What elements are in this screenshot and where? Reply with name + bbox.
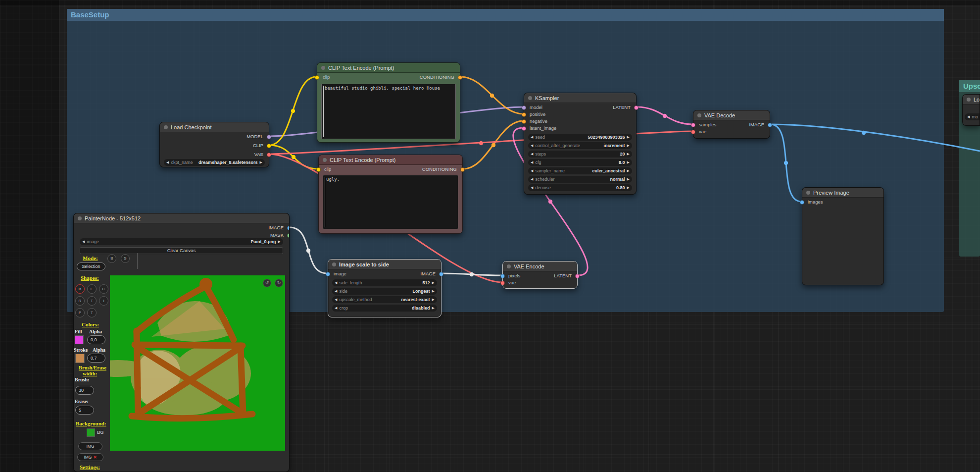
input-port-clip[interactable]	[315, 75, 319, 80]
output-port-conditioning[interactable]	[458, 75, 462, 80]
shape-button-textbox[interactable]: T	[87, 308, 97, 317]
decrement-arrow-icon[interactable]: ◀	[967, 113, 970, 120]
input-port-vae[interactable]	[500, 281, 505, 285]
node-title-bar[interactable]: VAE Decode	[693, 110, 770, 120]
collapse-dot-icon[interactable]	[806, 191, 810, 195]
node-load-checkpoint[interactable]: Load Checkpoint MODEL CLIP VAE ◀ ckpt_na…	[159, 122, 269, 167]
widget-ckpt-name[interactable]: ◀ ckpt_name dreamshaper_8.safetensors ▶	[164, 159, 265, 166]
widget-cfg[interactable]: ◀cfg8.0▶	[528, 159, 632, 166]
widget-denoise[interactable]: ◀denoise0.80▶	[528, 184, 632, 191]
output-port-conditioning[interactable]	[460, 167, 465, 172]
decrement-arrow-icon[interactable]: ◀	[335, 279, 337, 286]
widget-side[interactable]: ◀sideLongest▶	[332, 288, 437, 295]
input-port-pixels[interactable]	[500, 274, 505, 278]
collapse-dot-icon[interactable]	[321, 66, 325, 70]
decrement-arrow-icon[interactable]: ◀	[531, 142, 533, 149]
paint-canvas[interactable]: ↺ ↻	[110, 275, 285, 451]
shape-button-erase[interactable]: E	[87, 284, 97, 294]
node-title-bar[interactable]: KSampler	[524, 93, 636, 103]
widget-crop[interactable]: ◀cropdisabled▶	[332, 305, 437, 312]
widget-upscale-method[interactable]: ◀upscale_methodnearest-exact▶	[332, 296, 437, 303]
prompt-textarea[interactable]: ugly,	[323, 175, 458, 229]
shape-button-circle[interactable]: C	[99, 284, 108, 294]
erase-width-input[interactable]: 5	[75, 406, 94, 415]
node-vae-decode[interactable]: VAE Decode samplesIMAGE vae	[693, 110, 770, 139]
decrement-arrow-icon[interactable]: ◀	[531, 184, 533, 191]
clear-canvas-button[interactable]: Clear Canvas	[80, 247, 283, 254]
input-port-positive[interactable]	[522, 112, 526, 117]
bg-color-swatch[interactable]	[87, 428, 95, 437]
node-painter[interactable]: PainterNode - 512x512 IMAGE MASK ◀ image…	[73, 213, 290, 472]
node-title-bar[interactable]: CLIP Text Encode (Prompt)	[319, 155, 462, 165]
comfyui-canvas[interactable]: BaseSetup Upsc Load Checkpoint M	[0, 0, 980, 472]
increment-arrow-icon[interactable]: ▶	[260, 159, 262, 166]
collapse-dot-icon[interactable]	[164, 125, 168, 129]
node-title-bar[interactable]: VAE Encode	[503, 262, 577, 271]
decrement-arrow-icon[interactable]: ◀	[531, 167, 533, 174]
widget-scheduler[interactable]: ◀schedulernormal▶	[528, 176, 632, 183]
widget-image-file[interactable]: ◀ image Paint_0.png ▶	[80, 238, 283, 245]
node-title-bar[interactable]: Load Checkpoint	[160, 122, 269, 132]
widget-sampler-name[interactable]: ◀sampler_nameeuler_ancestral▶	[528, 167, 632, 174]
decrement-arrow-icon[interactable]: ◀	[531, 176, 533, 183]
input-port-vae[interactable]	[691, 130, 695, 134]
increment-arrow-icon[interactable]: ▶	[627, 151, 630, 157]
widget-side-length[interactable]: ◀side_length512▶	[332, 279, 437, 286]
widget-model-name-partial[interactable]: ◀ mo	[965, 113, 980, 120]
mode-button-2[interactable]: S	[121, 254, 130, 263]
output-port-clip[interactable]	[267, 144, 271, 148]
collapse-dot-icon[interactable]	[507, 264, 511, 268]
node-clip-text-encode-positive[interactable]: CLIP Text Encode (Prompt) clipCONDITIONI…	[317, 62, 460, 143]
output-port-image[interactable]	[439, 272, 443, 276]
increment-arrow-icon[interactable]: ▶	[627, 159, 630, 166]
decrement-arrow-icon[interactable]: ◀	[531, 134, 533, 141]
collapse-dot-icon[interactable]	[967, 98, 971, 102]
stroke-color-swatch[interactable]	[75, 354, 85, 363]
increment-arrow-icon[interactable]: ▶	[627, 184, 630, 191]
canvas-undo-icon[interactable]: ↺	[263, 279, 271, 287]
widget-steps[interactable]: ◀steps20▶	[528, 151, 632, 157]
node-title-bar[interactable]: Preview Image	[802, 188, 883, 198]
node-title-bar[interactable]: Lo	[963, 95, 980, 105]
shape-button-rect[interactable]: R	[75, 296, 85, 306]
increment-arrow-icon[interactable]: ▶	[627, 176, 630, 183]
output-port-image[interactable]	[287, 226, 290, 230]
output-port-mask[interactable]	[287, 233, 290, 238]
collapse-dot-icon[interactable]	[697, 113, 701, 117]
decrement-arrow-icon[interactable]: ◀	[531, 159, 533, 166]
increment-arrow-icon[interactable]: ▶	[432, 296, 435, 303]
mode-button-1[interactable]: B	[107, 254, 116, 263]
output-port-vae[interactable]	[267, 153, 271, 157]
node-preview-image[interactable]: Preview Image images	[802, 187, 884, 285]
node-ksampler[interactable]: KSampler modelLATENT positive negative l…	[524, 93, 637, 195]
increment-arrow-icon[interactable]: ▶	[627, 142, 630, 149]
shape-button-line[interactable]: I	[99, 296, 108, 306]
img-remove-button[interactable]: IMG ✕	[77, 453, 103, 461]
input-port-images[interactable]	[800, 200, 804, 205]
shape-button-brush[interactable]: B	[75, 284, 85, 294]
input-port-model[interactable]	[522, 105, 526, 110]
increment-arrow-icon[interactable]: ▶	[278, 238, 281, 245]
brush-width-input[interactable]: 30	[75, 386, 94, 395]
node-image-scale-to-side[interactable]: Image scale to side imageIMAGE ◀side_len…	[328, 259, 441, 317]
selection-button[interactable]: Selection	[77, 262, 105, 270]
decrement-arrow-icon[interactable]: ◀	[335, 288, 337, 295]
decrement-arrow-icon[interactable]: ◀	[166, 159, 169, 166]
increment-arrow-icon[interactable]: ▶	[627, 167, 630, 174]
collapse-dot-icon[interactable]	[528, 96, 532, 100]
shape-button-triangle[interactable]: T	[87, 296, 97, 306]
input-port-latent-image[interactable]	[522, 126, 526, 131]
node-title-bar[interactable]: Image scale to side	[328, 260, 441, 269]
output-port-model[interactable]	[267, 135, 271, 139]
stroke-alpha-input[interactable]: 0,7	[87, 354, 105, 363]
collapse-dot-icon[interactable]	[323, 158, 327, 162]
widget-control-after-generate[interactable]: ◀control_after_generateincrement▶	[528, 142, 632, 149]
node-vae-encode[interactable]: VAE Encode pixelsLATENT vae	[502, 261, 578, 289]
node-upscale-loader-partial[interactable]: Lo ◀ mo	[962, 94, 980, 126]
decrement-arrow-icon[interactable]: ◀	[335, 305, 337, 312]
input-port-clip[interactable]	[316, 167, 321, 172]
output-port-latent[interactable]	[634, 105, 638, 110]
collapse-dot-icon[interactable]	[78, 216, 82, 220]
input-port-samples[interactable]	[691, 123, 695, 127]
fill-color-swatch[interactable]	[75, 335, 84, 344]
